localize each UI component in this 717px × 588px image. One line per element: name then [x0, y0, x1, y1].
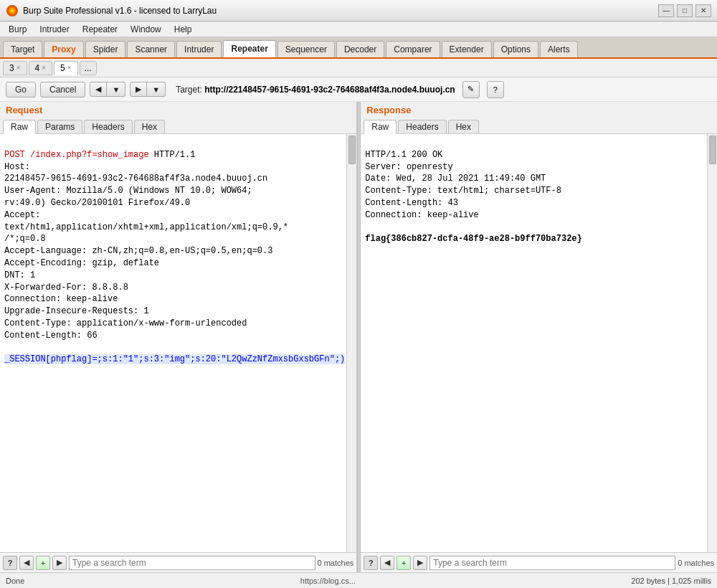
response-tabs: Raw Headers Hex — [361, 118, 717, 134]
svg-point-2 — [11, 9, 14, 12]
target-url: http://22148457-9615-4691-93c2-764688af4… — [204, 85, 455, 95]
tab-target[interactable]: Target — [3, 41, 42, 57]
response-content: HTTP/1.1 200 OK Server: openresty Date: … — [361, 134, 717, 552]
title-text: Burp Suite Professional v1.6 - licensed … — [23, 6, 217, 16]
tab-repeater[interactable]: Repeater — [223, 40, 275, 57]
tab-alerts[interactable]: Alerts — [540, 41, 578, 57]
request-search-input[interactable] — [69, 556, 315, 570]
response-search-matches: 0 matches — [678, 559, 714, 567]
request-tab-hex[interactable]: Hex — [134, 120, 165, 133]
response-tab-headers[interactable]: Headers — [398, 120, 446, 133]
request-panel: Request Raw Params Headers Hex POST /ind… — [0, 102, 357, 572]
request-tab-headers[interactable]: Headers — [84, 120, 132, 133]
close-button[interactable]: ✕ — [695, 4, 711, 17]
close-tab-4-icon[interactable]: × — [42, 64, 46, 72]
repeater-tab-4[interactable]: 4 × — [29, 61, 53, 75]
tab-proxy[interactable]: Proxy — [44, 41, 83, 57]
response-search-prev-button[interactable]: ◀ — [380, 556, 394, 570]
request-tab-raw[interactable]: Raw — [3, 120, 36, 134]
response-search-input[interactable] — [429, 556, 675, 570]
cancel-button[interactable]: Cancel — [40, 82, 85, 98]
status-bar: Done https://blog.cs... 202 bytes | 1,02… — [0, 572, 717, 588]
response-code[interactable]: HTTP/1.1 200 OK Server: openresty Date: … — [361, 134, 717, 552]
request-scrollbar-thumb[interactable] — [348, 136, 356, 164]
status-left: Done — [6, 577, 24, 585]
window-controls: — □ ✕ — [658, 4, 711, 17]
target-label: Target: http://22148457-9615-4691-93c2-7… — [176, 85, 455, 95]
repeater-tab-5[interactable]: 5 × — [54, 61, 78, 75]
response-scrollbar-thumb[interactable] — [709, 136, 716, 164]
tab-spider[interactable]: Spider — [85, 41, 126, 57]
tab-extender[interactable]: Extender — [442, 41, 492, 57]
request-search-prev-button[interactable]: ◀ — [19, 556, 34, 570]
tab-intruder[interactable]: Intruder — [176, 41, 222, 57]
forward-nav-group: ▶ ▼ — [130, 82, 166, 97]
menu-intruder[interactable]: Intruder — [34, 23, 75, 36]
response-tab-raw[interactable]: Raw — [364, 120, 397, 134]
request-search-next-button[interactable]: ▶ — [52, 556, 67, 570]
repeater-tabs: 3 × 4 × 5 × ... — [0, 59, 717, 77]
response-panel: Response Raw Headers Hex HTTP/1.1 200 OK… — [361, 102, 717, 572]
response-search-bar: ? ◀ + ▶ 0 matches — [361, 552, 717, 572]
forward-button[interactable]: ▶ — [130, 82, 147, 97]
request-search-bar: ? ◀ + ▶ 0 matches — [0, 552, 356, 572]
toolbar: Go Cancel ◀ ▼ ▶ ▼ Target: http://2214845… — [0, 77, 717, 102]
menu-help[interactable]: Help — [168, 23, 198, 36]
target-help-button[interactable]: ? — [487, 81, 504, 98]
repeater-tab-more[interactable]: ... — [80, 61, 97, 75]
status-url: https://blog.cs... — [300, 577, 356, 585]
response-search-help-button[interactable]: ? — [364, 556, 378, 570]
menu-burp[interactable]: Burp — [3, 23, 32, 36]
request-search-help-button[interactable]: ? — [3, 556, 17, 570]
request-search-add-button[interactable]: + — [36, 556, 50, 570]
request-code[interactable]: POST /index.php?f=show_image HTTP/1.1 Ho… — [0, 134, 356, 552]
go-button[interactable]: Go — [6, 82, 36, 98]
tab-scanner[interactable]: Scanner — [127, 41, 175, 57]
back-dropdown-button[interactable]: ▼ — [107, 82, 125, 97]
back-button[interactable]: ◀ — [90, 82, 107, 97]
request-header: Request — [0, 102, 356, 118]
response-tab-hex[interactable]: Hex — [448, 120, 479, 133]
response-scrollbar[interactable] — [707, 134, 717, 552]
close-tab-5-icon[interactable]: × — [67, 64, 72, 72]
tab-comparer[interactable]: Comparer — [386, 41, 440, 57]
app-icon — [6, 4, 19, 17]
main-tabs: Target Proxy Spider Scanner Intruder Rep… — [0, 37, 717, 59]
response-search-next-button[interactable]: ▶ — [413, 556, 427, 570]
forward-dropdown-button[interactable]: ▼ — [147, 82, 166, 97]
tab-decoder[interactable]: Decoder — [336, 41, 384, 57]
title-bar: Burp Suite Professional v1.6 - licensed … — [0, 0, 717, 22]
request-tab-params[interactable]: Params — [37, 120, 82, 133]
title-bar-left: Burp Suite Professional v1.6 - licensed … — [6, 4, 217, 17]
repeater-tab-3[interactable]: 3 × — [3, 61, 27, 75]
status-right: 202 bytes | 1,025 millis — [631, 577, 711, 585]
back-nav-group: ◀ ▼ — [90, 82, 125, 97]
minimize-button[interactable]: — — [658, 4, 674, 17]
menu-window[interactable]: Window — [125, 23, 167, 36]
request-tabs: Raw Params Headers Hex — [0, 118, 356, 134]
maximize-button[interactable]: □ — [677, 4, 693, 17]
content-area: Request Raw Params Headers Hex POST /ind… — [0, 102, 717, 572]
response-header: Response — [361, 102, 717, 118]
response-search-add-button[interactable]: + — [397, 556, 411, 570]
request-search-matches: 0 matches — [318, 559, 354, 567]
request-content: POST /index.php?f=show_image HTTP/1.1 Ho… — [0, 134, 356, 552]
menu-bar: Burp Intruder Repeater Window Help — [0, 22, 717, 37]
target-edit-button[interactable]: ✎ — [462, 81, 480, 98]
menu-repeater[interactable]: Repeater — [77, 23, 123, 36]
tab-options[interactable]: Options — [493, 41, 538, 57]
tab-sequencer[interactable]: Sequencer — [277, 41, 335, 57]
close-tab-3-icon[interactable]: × — [16, 64, 21, 72]
request-scrollbar[interactable] — [346, 134, 356, 552]
